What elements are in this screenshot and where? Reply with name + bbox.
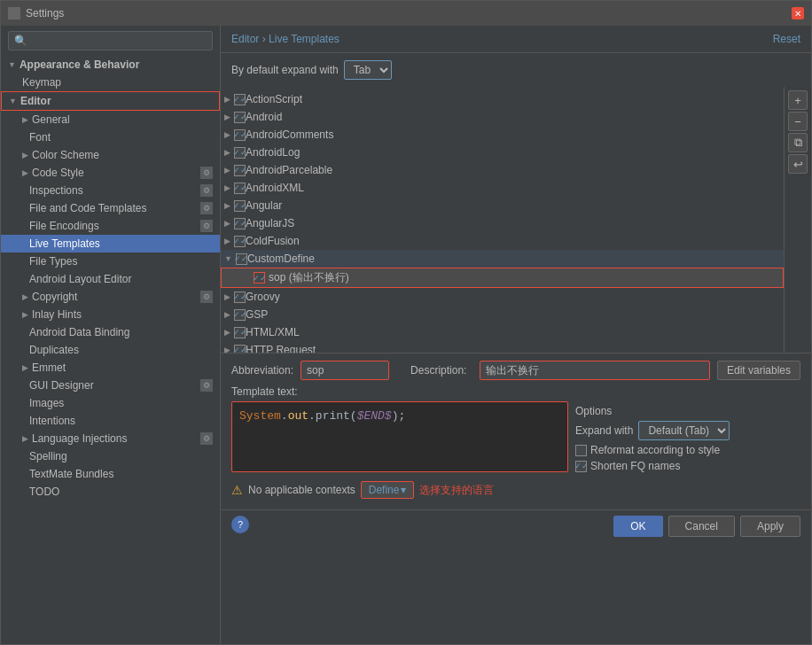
expand-select[interactable]: Tab bbox=[344, 60, 392, 80]
sidebar-item-label: Color Scheme bbox=[32, 149, 99, 161]
abbr-desc-row: Abbreviation: Description: Edit variable… bbox=[231, 361, 800, 380]
template-row-sop[interactable]: ✓ sop (输出不换行) bbox=[221, 268, 784, 288]
sidebar-item-file-types[interactable]: File Types bbox=[1, 253, 220, 270]
group-row-coldfusion[interactable]: ▶ ✓ ColdFusion bbox=[221, 232, 784, 250]
group-row-android[interactable]: ▶ ✓ Android bbox=[221, 108, 784, 126]
sidebar-item-gui-designer[interactable]: GUI Designer ⚙ bbox=[1, 377, 220, 394]
reformat-label: Reformat according to style bbox=[590, 444, 720, 456]
expand-with-select[interactable]: Default (Tab) bbox=[638, 421, 730, 440]
remove-template-button[interactable]: − bbox=[788, 112, 808, 131]
group-checkbox[interactable]: ✓ bbox=[234, 129, 246, 141]
group-checkbox[interactable]: ✓ bbox=[234, 112, 246, 123]
group-label: AndroidXML bbox=[246, 182, 304, 194]
revert-template-button[interactable]: ↩ bbox=[788, 154, 808, 174]
sidebar-item-textmate[interactable]: TextMate Bundles bbox=[1, 465, 220, 483]
template-checkbox[interactable]: ✓ bbox=[254, 272, 265, 284]
template-text-and-options: System.out.print($END$); Options Expand … bbox=[231, 401, 800, 472]
group-row-androidparcelable[interactable]: ▶ ✓ AndroidParcelable bbox=[221, 161, 784, 179]
group-row-gsp[interactable]: ▶ ✓ GSP bbox=[221, 306, 784, 323]
group-row-angular[interactable]: ▶ ✓ Angular bbox=[221, 197, 784, 214]
sidebar-item-general[interactable]: ▶ General bbox=[1, 111, 220, 128]
group-row-androidxml[interactable]: ▶ ✓ AndroidXML bbox=[221, 179, 784, 197]
group-row-htmlxml[interactable]: ▶ ✓ HTML/XML bbox=[221, 323, 784, 341]
desc-label: Description: bbox=[410, 364, 472, 377]
group-checkbox[interactable]: ✓ bbox=[234, 236, 246, 247]
sidebar-item-label: GUI Designer bbox=[29, 379, 94, 392]
group-checkbox[interactable]: ✓ bbox=[234, 200, 246, 212]
group-checkbox[interactable]: ✓ bbox=[234, 291, 246, 303]
sidebar-item-code-style[interactable]: ▶ Code Style ⚙ bbox=[1, 164, 220, 182]
sidebar-item-language-injections[interactable]: ▶ Language Injections ⚙ bbox=[1, 430, 220, 447]
apply-button[interactable]: Apply bbox=[740, 516, 800, 537]
chevron-icon: ▶ bbox=[22, 115, 28, 124]
help-button[interactable]: ? bbox=[231, 516, 249, 533]
template-code-editor[interactable]: System.out.print($END$); bbox=[231, 401, 568, 472]
sidebar-item-images[interactable]: Images bbox=[1, 394, 220, 412]
group-checkbox[interactable]: ✓ bbox=[234, 94, 246, 105]
edit-variables-button[interactable]: Edit variables bbox=[717, 361, 800, 380]
group-label: AndroidLog bbox=[246, 146, 300, 159]
sidebar-item-inspections[interactable]: Inspections ⚙ bbox=[1, 182, 220, 199]
reformat-checkbox[interactable] bbox=[575, 445, 587, 456]
group-checkbox[interactable]: ✓ bbox=[234, 327, 246, 338]
group-row-androidcomments[interactable]: ▶ ✓ AndroidComments bbox=[221, 126, 784, 144]
add-template-button[interactable]: + bbox=[788, 90, 808, 110]
search-input[interactable] bbox=[8, 31, 213, 51]
group-checkbox[interactable]: ✓ bbox=[234, 218, 246, 229]
group-checkbox[interactable]: ✓ bbox=[236, 253, 247, 265]
badge-icon: ⚙ bbox=[200, 184, 213, 197]
footer: ? OK Cancel Apply bbox=[221, 509, 811, 542]
sidebar-item-label: Emmet bbox=[32, 361, 66, 374]
chevron-icon: ▼ bbox=[8, 60, 16, 69]
group-checkbox[interactable]: ✓ bbox=[234, 147, 246, 159]
define-label: Define bbox=[369, 484, 400, 496]
sidebar-item-editor[interactable]: ▼ Editor bbox=[1, 91, 220, 111]
group-row-customdefine[interactable]: ▼ ✓ CustomDefine bbox=[221, 250, 784, 268]
sidebar-item-appearance[interactable]: ▼ Appearance & Behavior bbox=[1, 56, 220, 74]
description-input[interactable] bbox=[480, 361, 710, 380]
chevron-icon: ▶ bbox=[224, 183, 230, 192]
reset-button[interactable]: Reset bbox=[773, 33, 800, 45]
group-checkbox[interactable]: ✓ bbox=[234, 345, 246, 354]
sidebar-item-live-templates[interactable]: Live Templates bbox=[1, 235, 220, 253]
group-row-angularjs[interactable]: ▶ ✓ AngularJS bbox=[221, 214, 784, 232]
sidebar-item-label: File Types bbox=[29, 255, 77, 268]
copy-template-button[interactable]: ⧉ bbox=[788, 133, 808, 152]
group-row-androidlog[interactable]: ▶ ✓ AndroidLog bbox=[221, 144, 784, 161]
sidebar: ▼ Appearance & Behavior Keymap ▼ Editor … bbox=[1, 26, 221, 644]
group-checkbox[interactable]: ✓ bbox=[234, 183, 246, 194]
sidebar-item-file-code-templates[interactable]: File and Code Templates ⚙ bbox=[1, 199, 220, 217]
sidebar-item-duplicates[interactable]: Duplicates bbox=[1, 341, 220, 359]
sidebar-item-todo[interactable]: TODO bbox=[1, 483, 220, 501]
group-row-http[interactable]: ▶ ✓ HTTP Request bbox=[221, 341, 784, 353]
define-arrow-icon: ▾ bbox=[401, 484, 406, 496]
sidebar-item-android-layout[interactable]: Android Layout Editor bbox=[1, 270, 220, 288]
sidebar-item-intentions[interactable]: Intentions bbox=[1, 412, 220, 430]
sidebar-item-spelling[interactable]: Spelling bbox=[1, 447, 220, 465]
shorten-checkbox[interactable]: ✓ bbox=[575, 461, 587, 472]
chevron-icon: ▶ bbox=[224, 292, 230, 301]
group-checkbox[interactable]: ✓ bbox=[234, 309, 246, 321]
expand-row: By default expand with Tab bbox=[221, 53, 811, 87]
group-row-actionscript[interactable]: ▶ ✓ ActionScript bbox=[221, 90, 784, 108]
chevron-icon: ▶ bbox=[224, 328, 230, 337]
sidebar-item-keymap[interactable]: Keymap bbox=[1, 74, 220, 91]
abbreviation-input[interactable] bbox=[301, 361, 389, 380]
group-checkbox[interactable]: ✓ bbox=[234, 165, 246, 176]
sidebar-item-color-scheme[interactable]: ▶ Color Scheme bbox=[1, 146, 220, 164]
sidebar-item-font[interactable]: Font bbox=[1, 128, 220, 146]
sidebar-item-emmet[interactable]: ▶ Emmet bbox=[1, 359, 220, 377]
chevron-icon: ▶ bbox=[224, 148, 230, 157]
ok-button[interactable]: OK bbox=[613, 516, 662, 537]
chevron-icon: ▼ bbox=[224, 254, 232, 263]
sidebar-item-file-encodings[interactable]: File Encodings ⚙ bbox=[1, 217, 220, 235]
cancel-button[interactable]: Cancel bbox=[668, 516, 735, 537]
list-area: ▶ ✓ ActionScript ▶ ✓ Android ▶ ✓ Android… bbox=[221, 87, 811, 353]
sidebar-item-android-data[interactable]: Android Data Binding bbox=[1, 323, 220, 341]
group-row-groovy[interactable]: ▶ ✓ Groovy bbox=[221, 288, 784, 306]
sidebar-item-label: Appearance & Behavior bbox=[20, 58, 139, 71]
define-button[interactable]: Define ▾ bbox=[361, 481, 415, 499]
sidebar-item-inlay-hints[interactable]: ▶ Inlay Hints bbox=[1, 306, 220, 323]
sidebar-item-copyright[interactable]: ▶ Copyright ⚙ bbox=[1, 288, 220, 306]
close-button[interactable]: ✕ bbox=[792, 7, 804, 19]
